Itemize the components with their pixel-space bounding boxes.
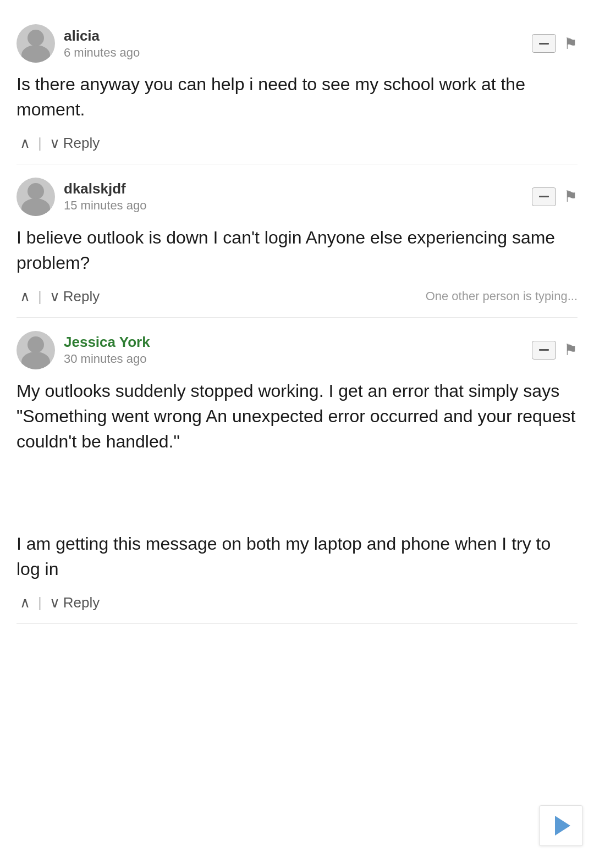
comment-item: alicia 6 minutes ago ⚑ Is there anyway y… — [16, 11, 578, 164]
vote-divider: | — [38, 594, 42, 611]
comment-header: dkalskjdf 15 minutes ago ⚑ — [16, 178, 578, 216]
vote-divider: | — [38, 288, 42, 305]
avatar-head — [28, 183, 44, 200]
avatar — [16, 178, 55, 216]
minimize-icon — [539, 349, 549, 351]
typing-indicator: One other person is typing... — [426, 289, 578, 303]
avatar — [16, 24, 55, 63]
chevron-down-icon: ∨ — [50, 135, 60, 151]
timestamp: 6 minutes ago — [64, 46, 140, 60]
comment-footer: ∧ | ∨ Reply One other person is typing..… — [16, 286, 578, 307]
username: dkalskjdf — [64, 180, 146, 197]
vote-divider: | — [38, 135, 42, 152]
minimize-button[interactable] — [532, 187, 556, 206]
chevron-up-icon: ∧ — [20, 594, 30, 611]
reply-button[interactable]: Reply — [63, 594, 100, 611]
comment-item: dkalskjdf 15 minutes ago ⚑ I believe out… — [16, 164, 578, 318]
comment-header: alicia 6 minutes ago ⚑ — [16, 24, 578, 63]
user-info: Jessica York 30 minutes ago — [64, 334, 150, 366]
comment-text: Is there anyway you can help i need to s… — [16, 71, 578, 123]
avatar-body — [21, 352, 50, 369]
avatar-body — [21, 198, 50, 216]
username: alicia — [64, 27, 140, 45]
flag-icon[interactable]: ⚑ — [564, 187, 578, 206]
comment-item: Jessica York 30 minutes ago ⚑ My outlook… — [16, 318, 578, 624]
minimize-icon — [539, 43, 549, 45]
username: Jessica York — [64, 334, 150, 351]
flag-icon[interactable]: ⚑ — [564, 341, 578, 359]
minimize-icon — [539, 196, 549, 197]
comment-header-left: alicia 6 minutes ago — [16, 24, 140, 63]
user-info: dkalskjdf 15 minutes ago — [64, 180, 146, 213]
downvote-button[interactable]: ∨ — [46, 132, 63, 154]
downvote-button[interactable]: ∨ — [46, 286, 63, 307]
comments-list: alicia 6 minutes ago ⚑ Is there anyway y… — [0, 0, 594, 635]
chevron-up-icon: ∧ — [20, 135, 30, 151]
comment-actions-right: ⚑ — [532, 341, 578, 360]
timestamp: 30 minutes ago — [64, 352, 150, 366]
chevron-up-icon: ∧ — [20, 288, 30, 305]
flag-icon[interactable]: ⚑ — [564, 35, 578, 53]
upvote-button[interactable]: ∧ — [16, 132, 34, 154]
avatar — [16, 331, 55, 369]
minimize-button[interactable] — [532, 34, 556, 53]
comment-actions-right: ⚑ — [532, 34, 578, 53]
upvote-button[interactable]: ∧ — [16, 286, 34, 307]
upvote-button[interactable]: ∧ — [16, 592, 34, 613]
comment-header-left: dkalskjdf 15 minutes ago — [16, 178, 146, 216]
comment-header: Jessica York 30 minutes ago ⚑ — [16, 331, 578, 369]
timestamp: 15 minutes ago — [64, 198, 146, 213]
comment-text: I believe outlook is down I can't login … — [16, 225, 578, 276]
chevron-down-icon: ∨ — [50, 594, 60, 611]
downvote-button[interactable]: ∨ — [46, 592, 63, 613]
comment-text: My outlooks suddenly stopped working. I … — [16, 378, 578, 582]
reply-button[interactable]: Reply — [63, 135, 100, 152]
comment-header-left: Jessica York 30 minutes ago — [16, 331, 150, 369]
user-info: alicia 6 minutes ago — [64, 27, 140, 60]
comment-footer: ∧ | ∨ Reply — [16, 132, 578, 154]
avatar-head — [28, 336, 44, 353]
avatar-body — [21, 45, 50, 63]
reply-button[interactable]: Reply — [63, 288, 100, 305]
chevron-down-icon: ∨ — [50, 288, 60, 305]
comment-actions-right: ⚑ — [532, 187, 578, 206]
avatar-head — [28, 30, 44, 46]
minimize-button[interactable] — [532, 341, 556, 360]
comment-footer: ∧ | ∨ Reply — [16, 592, 578, 613]
